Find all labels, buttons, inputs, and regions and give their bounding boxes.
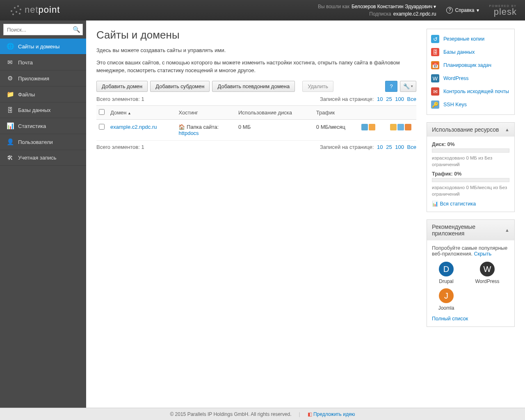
nav-item-4[interactable]: 🗄Базы данных [0, 103, 86, 118]
search-icon[interactable]: 🔍 [73, 26, 80, 33]
full-list-link[interactable]: Полный список [432, 316, 468, 322]
side-column: ↺Резервные копии🗄Базы данных📅Планировщик… [427, 29, 515, 399]
app-item[interactable]: WWordPress [473, 262, 502, 284]
tool-item[interactable]: 📅Планировщик задач [429, 59, 512, 72]
per-page-option[interactable]: 25 [386, 96, 392, 102]
per-page-option[interactable]: 10 [377, 144, 383, 150]
tool-item[interactable]: 🔑SSH Keys [429, 98, 512, 111]
badge-icon[interactable] [390, 124, 397, 130]
col-disk[interactable]: Использование диска [236, 105, 314, 119]
copyright: © 2015 Parallels IP Holdings GmbH. All r… [170, 411, 291, 417]
col-hosting[interactable]: Хостинг [176, 105, 236, 119]
tool-link[interactable]: Планировщик задач [443, 62, 491, 68]
tool-item[interactable]: WWordPress [429, 72, 512, 85]
wrench-icon: 🔧 [403, 83, 410, 89]
per-page-option[interactable]: 25 [386, 144, 392, 150]
nav-item-6[interactable]: 👤Пользователи [0, 134, 86, 150]
flag-icon[interactable] [405, 124, 411, 130]
user-block: Вы вошли как Белозеров Константин Эдуард… [318, 3, 436, 18]
nav-item-3[interactable]: 📁Файлы [0, 87, 86, 103]
settings-iconbutton[interactable]: 🔧 [400, 81, 416, 92]
add-alias-button[interactable]: Добавить псевдоним домена [212, 81, 295, 92]
topbar: netpoint Вы вошли как Белозеров Констант… [0, 0, 525, 21]
col-domain[interactable]: Домен [108, 105, 176, 119]
help-iconbutton[interactable]: ? [385, 81, 397, 92]
bulb-icon: ◧ [308, 411, 312, 417]
list-meta-bottom: Всего элементов: 1 Записей на странице: … [96, 144, 416, 150]
tool-link[interactable]: SSH Keys [443, 102, 467, 107]
hide-link[interactable]: Скрыть [474, 251, 492, 257]
search-box: 🔍 [0, 21, 86, 39]
per-page-option[interactable]: 100 [395, 96, 404, 102]
disk-bar [432, 148, 509, 153]
tool-icon: 🔑 [431, 100, 439, 109]
tool-icon: ✉ [431, 87, 439, 96]
per-page-option[interactable]: Все [407, 144, 416, 150]
hosting-path-link[interactable]: httpdocs [178, 130, 199, 136]
page-lead1: Здесь вы можете создавать сайты и управл… [96, 46, 416, 55]
home-icon: 🏠 [178, 124, 185, 130]
tool-item[interactable]: 🗄Базы данных [429, 46, 512, 59]
preview-icon[interactable] [361, 124, 368, 130]
tool-link[interactable]: WordPress [443, 75, 469, 81]
per-page-option[interactable]: Все [407, 96, 416, 102]
select-all-checkbox[interactable] [99, 109, 105, 115]
app-label: WordPress [473, 278, 502, 284]
nav-label: Файлы [18, 91, 35, 98]
subscription-label: Подписка [369, 10, 391, 18]
search-input[interactable] [3, 24, 83, 35]
all-stats-link[interactable]: Вся статистика [440, 201, 476, 207]
app-icon: D [439, 262, 454, 276]
col-traffic[interactable]: Трафик [314, 105, 359, 119]
nav-icon: ⚙ [7, 75, 13, 82]
doc-icon[interactable] [397, 124, 404, 130]
tools-panel: ↺Резервные копии🗄Базы данных📅Планировщик… [427, 29, 515, 115]
disk-cell: 0 МБ [236, 119, 314, 140]
traffic-bar [432, 178, 509, 182]
nav-item-5[interactable]: 📊Статистика [0, 118, 86, 134]
recommended-panel-header[interactable]: Рекомендуемые приложения▲ [427, 220, 514, 240]
nav-item-7[interactable]: 🛠Учетная запись [0, 150, 86, 166]
nav-item-0[interactable]: 🌐Сайты и домены [0, 39, 86, 55]
row-checkbox[interactable] [99, 124, 105, 130]
suggest-link[interactable]: Предложить идею [313, 411, 355, 417]
add-subdomain-button[interactable]: Добавить субдомен [150, 81, 210, 92]
nav-label: Учетная запись [18, 155, 57, 161]
domain-link[interactable]: example.c2.npdc.ru [110, 124, 157, 130]
user-menu[interactable]: Белозеров Константин Эдуардович ▾ [352, 3, 436, 10]
recommended-intro: Попробуйте самые популярные веб-приложен… [432, 245, 507, 257]
folder-icon[interactable] [369, 124, 375, 130]
domains-table: Домен Хостинг Использование диска Трафик… [96, 105, 416, 141]
disk-label: Диск: 0% [432, 142, 455, 147]
content: Сайты и домены Здесь вы можете создавать… [96, 29, 416, 399]
per-page-bottom: Записей на странице: 10 25 100 Все [320, 144, 416, 150]
add-domain-button[interactable]: Добавить домен [96, 81, 148, 92]
nav-item-1[interactable]: ✉Почта [0, 55, 86, 71]
nav-item-2[interactable]: ⚙Приложения [0, 71, 86, 87]
traffic-note: израсходовано 0 МБ/месяц из Без ограниче… [432, 184, 509, 197]
nav-icon: 👤 [7, 138, 13, 146]
page-lead2: Это список ваших сайтов, с помощью котор… [96, 59, 416, 75]
per-page-option[interactable]: 100 [395, 144, 404, 150]
app-icon: W [480, 262, 495, 276]
tool-link[interactable]: Базы данных [443, 49, 475, 55]
tool-link[interactable]: Резервные копии [443, 36, 484, 42]
app-label: Drupal [432, 278, 461, 284]
nav-label: Статистика [18, 123, 46, 129]
tool-link[interactable]: Контроль исходящей почты [443, 89, 509, 94]
nav-icon: 🌐 [7, 43, 13, 50]
tool-item[interactable]: ↺Резервные копии [429, 32, 512, 46]
tool-item[interactable]: ✉Контроль исходящей почты [429, 85, 512, 98]
usage-panel-header[interactable]: Использование ресурсов▲ [427, 123, 514, 137]
help-link[interactable]: ? Справка ▾ [446, 7, 479, 14]
per-page-top: Записей на странице: 10 25 100 Все [320, 96, 416, 102]
logo-dots-icon [8, 3, 23, 18]
nav-icon: ✉ [7, 59, 13, 66]
recommended-panel: Рекомендуемые приложения▲ Попробуйте сам… [427, 219, 515, 327]
delete-button[interactable]: Удалить [302, 81, 333, 92]
nav-icon: 📁 [7, 91, 13, 98]
app-item[interactable]: JJoomla [432, 288, 461, 311]
per-page-option[interactable]: 10 [377, 96, 383, 102]
logged-in-label: Вы вошли как [318, 3, 349, 10]
app-item[interactable]: DDrupal [432, 262, 461, 284]
